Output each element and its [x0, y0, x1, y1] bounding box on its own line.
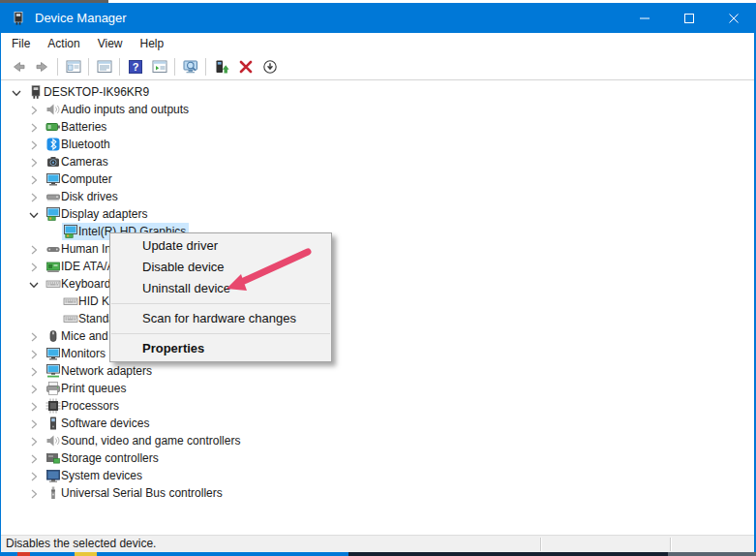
- context-menu-separator: [111, 333, 330, 334]
- tree-row-system-devices[interactable]: System devices: [1, 467, 754, 484]
- tree-item-content[interactable]: System devices: [45, 467, 145, 484]
- monitor-icon: [45, 346, 61, 361]
- tree-row-desktop-ik96kr9[interactable]: DESKTOP-IK96KR9: [1, 83, 754, 101]
- scan-icon: [183, 59, 198, 75]
- disable-device-button[interactable]: [257, 56, 282, 78]
- chevron-collapsed-icon[interactable]: [28, 401, 40, 413]
- action-pane-button[interactable]: [147, 56, 171, 78]
- tree-item-content[interactable]: Computer: [45, 170, 115, 188]
- chevron-collapsed-icon[interactable]: [28, 262, 40, 273]
- close-button[interactable]: [711, 3, 756, 33]
- tree-item-content[interactable]: DESKTOP-IK96KR9: [27, 83, 152, 101]
- tree-item-content[interactable]: Universal Serial Bus controllers: [45, 484, 226, 502]
- chevron-collapsed-icon[interactable]: [28, 244, 40, 256]
- tree-item-label: Audio inputs and outputs: [61, 103, 189, 116]
- update-driver-button[interactable]: [209, 56, 233, 78]
- tree-row-display-adapters[interactable]: Display adapters: [1, 205, 754, 223]
- window-border-left: [0, 3, 1, 552]
- tree-row-sound-video-and-game-controllers[interactable]: Sound, video and game controllers: [1, 432, 754, 449]
- help-icon: ?: [128, 59, 143, 75]
- chevron-collapsed-icon[interactable]: [28, 453, 40, 465]
- tree-row-storage-controllers[interactable]: Storage controllers: [1, 449, 754, 467]
- toolbar-separator: [205, 58, 206, 76]
- tree-item-content[interactable]: Print queues: [45, 380, 129, 397]
- menu-help[interactable]: Help: [132, 34, 173, 53]
- menu-bar: FileActionViewHelp: [1, 33, 754, 54]
- tree-item-content[interactable]: Bluetooth: [45, 136, 113, 153]
- chevron-expanded-icon[interactable]: [28, 209, 40, 221]
- tree-row-software-devices[interactable]: Software devices: [1, 415, 754, 432]
- tree-row-print-queues[interactable]: Print queues: [1, 380, 754, 397]
- tree-item-content[interactable]: Storage controllers: [45, 449, 162, 467]
- toolbar-separator: [174, 58, 175, 76]
- chevron-collapsed-icon[interactable]: [28, 331, 40, 343]
- tree-row-bluetooth[interactable]: Bluetooth: [1, 136, 754, 153]
- context-menu-item-update-driver[interactable]: Update driver: [110, 235, 331, 257]
- chevron-collapsed-icon[interactable]: [28, 488, 40, 500]
- tree-row-universal-serial-bus-controllers[interactable]: Universal Serial Bus controllers: [1, 484, 754, 502]
- uninstall-device-button[interactable]: [233, 56, 257, 78]
- context-menu-item-uninstall-device[interactable]: Uninstall device: [110, 278, 331, 299]
- menu-action[interactable]: Action: [39, 34, 88, 53]
- tree-row-disk-drives[interactable]: Disk drives: [1, 188, 754, 205]
- tree-row-batteries[interactable]: Batteries: [1, 118, 754, 136]
- tree-item-content[interactable]: Display adapters: [45, 205, 150, 223]
- uninstall-icon: [238, 59, 254, 75]
- tree-item-content[interactable]: Disk drives: [45, 188, 121, 205]
- tree-item-content[interactable]: Audio inputs and outputs: [45, 101, 192, 118]
- usb-icon: [45, 485, 61, 501]
- tree-item-content[interactable]: Processors: [45, 397, 122, 415]
- tree-item-label: Batteries: [61, 120, 106, 134]
- menu-file[interactable]: File: [3, 34, 39, 53]
- chevron-collapsed-icon[interactable]: [28, 139, 40, 151]
- chevron-collapsed-icon[interactable]: [28, 174, 40, 186]
- context-menu-separator: [111, 303, 330, 304]
- ide-icon: [45, 259, 61, 274]
- chevron-collapsed-icon[interactable]: [28, 471, 40, 482]
- tree-item-content[interactable]: Network adapters: [45, 362, 155, 380]
- window-controls: [622, 3, 756, 33]
- tree-item-label: Display adapters: [61, 207, 147, 221]
- back-button[interactable]: [6, 56, 30, 78]
- chevron-collapsed-icon[interactable]: [28, 122, 40, 134]
- help-button[interactable]: ?: [123, 56, 147, 78]
- tree-row-audio-inputs-and-outputs[interactable]: Audio inputs and outputs: [1, 101, 754, 118]
- scan-hardware-button[interactable]: [178, 56, 202, 78]
- chevron-collapsed-icon[interactable]: [28, 366, 40, 378]
- context-menu-item-properties[interactable]: Properties: [110, 338, 331, 359]
- tree-item-label: Computer: [61, 172, 112, 186]
- tree-item-content[interactable]: Batteries: [45, 118, 109, 136]
- tree-item-content[interactable]: Sound, video and game controllers: [45, 432, 243, 449]
- tree-item-content[interactable]: Software devices: [45, 415, 152, 432]
- properties-button[interactable]: [92, 56, 116, 78]
- toolbar: ?: [1, 54, 754, 80]
- disable-icon: [262, 59, 278, 75]
- forward-button[interactable]: [30, 56, 54, 78]
- chevron-collapsed-icon[interactable]: [28, 192, 40, 203]
- tree-item-content[interactable]: Monitors: [45, 345, 108, 362]
- chevron-collapsed-icon[interactable]: [28, 349, 40, 360]
- chevron-collapsed-icon[interactable]: [28, 157, 40, 169]
- chevron-collapsed-icon[interactable]: [28, 418, 40, 430]
- monitor-icon: [45, 171, 61, 187]
- minimize-button[interactable]: [622, 3, 667, 33]
- tree-row-network-adapters[interactable]: Network adapters: [1, 362, 754, 380]
- forward-icon: [35, 59, 50, 75]
- chevron-expanded-icon[interactable]: [28, 279, 40, 291]
- chevron-collapsed-icon[interactable]: [28, 105, 40, 116]
- tree-item-label: Processors: [61, 399, 119, 413]
- tree-row-computer[interactable]: Computer: [1, 170, 754, 188]
- context-menu-item-disable-device[interactable]: Disable device: [110, 257, 331, 278]
- keyboard-icon: [63, 311, 78, 326]
- menu-view[interactable]: View: [89, 34, 132, 53]
- maximize-button[interactable]: [667, 3, 711, 33]
- chevron-collapsed-icon[interactable]: [28, 436, 40, 448]
- chevron-expanded-icon[interactable]: [11, 87, 22, 99]
- show-console-tree-button[interactable]: [61, 56, 85, 78]
- chevron-collapsed-icon[interactable]: [28, 384, 40, 395]
- context-menu-item-scan-for-hardware-changes[interactable]: Scan for hardware changes: [110, 308, 331, 329]
- tree-row-processors[interactable]: Processors: [1, 397, 754, 415]
- tree-item-content[interactable]: Cameras: [45, 153, 111, 170]
- tree-item-content[interactable]: Keyboards: [45, 275, 119, 293]
- tree-row-cameras[interactable]: Cameras: [1, 153, 754, 170]
